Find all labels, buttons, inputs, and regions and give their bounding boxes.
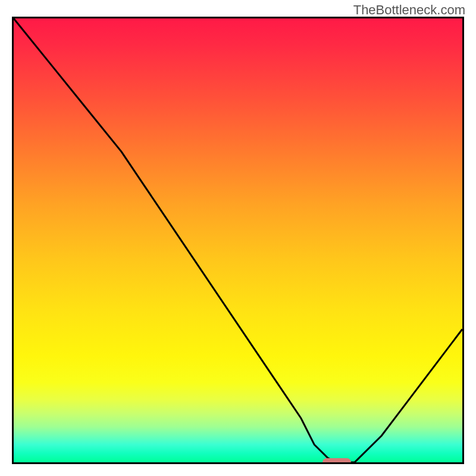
- optimal-point-marker: [322, 458, 351, 464]
- watermark-text: TheBottleneck.com: [353, 2, 465, 18]
- curve-layer: [14, 18, 462, 462]
- plot-frame: [12, 17, 464, 464]
- bottleneck-curve: [14, 18, 462, 462]
- chart-container: TheBottleneck.com: [0, 0, 476, 476]
